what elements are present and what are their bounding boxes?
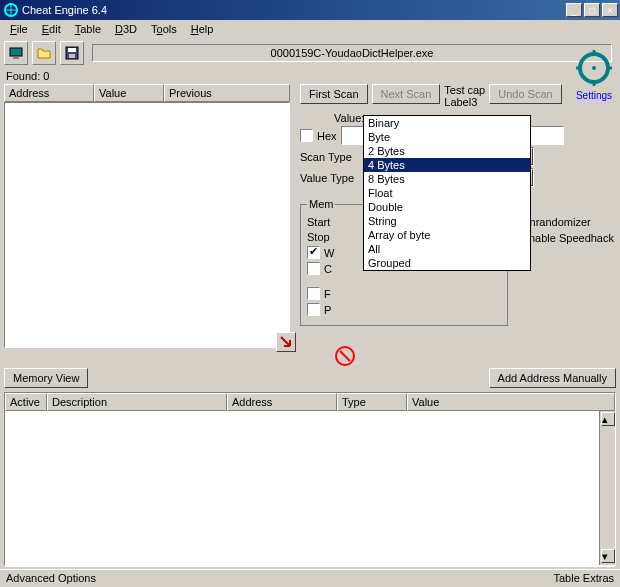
speedhack-label: Enable Speedhack: [522, 232, 614, 244]
process-name-label: 0000159C-YoudaoDictHelper.exe: [271, 47, 434, 59]
process-list-button[interactable]: [4, 41, 28, 65]
stop-label: Stop: [307, 231, 337, 243]
hex-checkbox[interactable]: [300, 129, 313, 142]
svg-rect-3: [10, 48, 22, 56]
scroll-up-button[interactable]: ▴: [601, 412, 615, 426]
value-type-option[interactable]: Byte: [364, 130, 530, 144]
col-type[interactable]: Type: [337, 393, 407, 411]
scan-results-panel: Address Value Previous: [4, 84, 290, 348]
value-type-option[interactable]: Grouped: [364, 256, 530, 270]
col-value2[interactable]: Value: [407, 393, 615, 411]
svg-rect-6: [68, 48, 76, 52]
label3-label: Label3: [444, 96, 485, 108]
test-cap-label: Test cap: [444, 84, 485, 96]
value-type-option[interactable]: 4 Bytes: [364, 158, 530, 172]
value-type-option[interactable]: 2 Bytes: [364, 144, 530, 158]
col-address2[interactable]: Address: [227, 393, 337, 411]
start-label: Start: [307, 216, 337, 228]
menu-edit[interactable]: Edit: [36, 21, 67, 37]
close-button[interactable]: ×: [602, 3, 618, 17]
value-type-label: Value Type: [300, 172, 360, 184]
statusbar: Advanced Options Table Extras: [0, 569, 620, 587]
no-scan-icon: [335, 346, 355, 366]
save-button[interactable]: [60, 41, 84, 65]
memory-view-button[interactable]: Memory View: [4, 368, 88, 388]
maximize-button[interactable]: □: [584, 3, 600, 17]
scan-results-list[interactable]: [4, 102, 290, 348]
menu-file[interactable]: File: [4, 21, 34, 37]
menu-d3d[interactable]: D3D: [109, 21, 143, 37]
value-type-option[interactable]: String: [364, 214, 530, 228]
arrow-down-right-icon: [279, 335, 293, 349]
fast-checkbox[interactable]: [307, 287, 320, 300]
table-extras-link[interactable]: Table Extras: [553, 572, 614, 585]
copyonwrite-checkbox[interactable]: [307, 262, 320, 275]
address-list[interactable]: [5, 411, 615, 567]
first-scan-button[interactable]: First Scan: [300, 84, 368, 104]
open-button[interactable]: [32, 41, 56, 65]
hex-label: Hex: [317, 130, 337, 142]
unrandomizer-label: Unrandomizer: [522, 216, 591, 228]
address-list-panel: Active Description Address Type Value ▴ …: [4, 392, 616, 566]
paused-label: P: [324, 304, 331, 316]
toolbar: 0000159C-YoudaoDictHelper.exe: [0, 38, 620, 68]
add-to-list-button[interactable]: [276, 332, 296, 352]
menu-tools[interactable]: Tools: [145, 21, 183, 37]
cheat-engine-logo-icon: [574, 48, 614, 88]
value-type-option[interactable]: Float: [364, 186, 530, 200]
menu-table[interactable]: Table: [69, 21, 107, 37]
svg-point-13: [592, 66, 596, 70]
col-active[interactable]: Active: [5, 393, 47, 411]
scan-type-label: Scan Type: [300, 151, 360, 163]
titlebar: Cheat Engine 6.4 _ □ ×: [0, 0, 620, 20]
add-address-manually-button[interactable]: Add Address Manually: [489, 368, 616, 388]
fast-label: F: [324, 288, 331, 300]
floppy-icon: [64, 45, 80, 61]
svg-rect-7: [69, 54, 75, 58]
value-type-dropdown[interactable]: BinaryByte2 Bytes4 Bytes8 BytesFloatDoub…: [363, 115, 531, 271]
memory-scan-legend: Mem: [307, 198, 335, 210]
value-type-option[interactable]: Binary: [364, 116, 530, 130]
value-type-option[interactable]: 8 Bytes: [364, 172, 530, 186]
value-type-option[interactable]: Array of byte: [364, 228, 530, 242]
app-icon: [3, 2, 19, 18]
folder-open-icon: [36, 45, 52, 61]
value-type-option[interactable]: All: [364, 242, 530, 256]
undo-scan-button: Undo Scan: [489, 84, 561, 104]
copyonwrite-label: C: [324, 263, 332, 275]
svg-rect-4: [13, 57, 19, 59]
found-count-label: Found: 0: [0, 68, 620, 84]
next-scan-button: Next Scan: [372, 84, 441, 104]
advanced-options-link[interactable]: Advanced Options: [6, 572, 96, 585]
process-name-bar[interactable]: 0000159C-YoudaoDictHelper.exe: [92, 44, 612, 62]
col-description[interactable]: Description: [47, 393, 227, 411]
value-type-option[interactable]: Double: [364, 200, 530, 214]
value-label: Value:: [334, 112, 364, 124]
vertical-scrollbar[interactable]: ▴ ▾: [599, 411, 615, 565]
paused-checkbox[interactable]: [307, 303, 320, 316]
minimize-button[interactable]: _: [566, 3, 582, 17]
writable-checkbox[interactable]: ✔: [307, 246, 320, 259]
col-previous[interactable]: Previous: [164, 84, 290, 102]
computer-icon: [8, 45, 24, 61]
writable-label: W: [324, 247, 334, 259]
menu-help[interactable]: Help: [185, 21, 220, 37]
scan-results-header: Address Value Previous: [4, 84, 290, 102]
scroll-down-button[interactable]: ▾: [601, 549, 615, 563]
window-title: Cheat Engine 6.4: [22, 4, 566, 16]
col-address[interactable]: Address: [4, 84, 94, 102]
menubar: File Edit Table D3D Tools Help: [0, 20, 620, 38]
col-value[interactable]: Value: [94, 84, 164, 102]
